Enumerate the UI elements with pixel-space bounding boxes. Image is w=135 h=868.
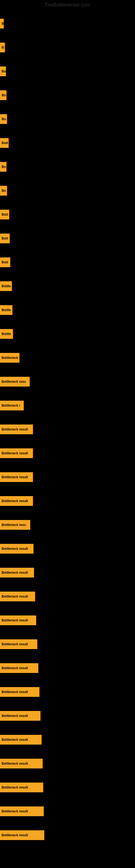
bar-row: Bottleneck result: [0, 823, 135, 847]
bar-row: B: [0, 12, 135, 35]
bars-container: BBBoBoBoBottBoBoBottBottBottBottleBottle…: [0, 9, 135, 850]
bar-label: B: [0, 42, 5, 52]
bar-row: Bottle: [0, 322, 135, 346]
bar-label: Bottleneck: [0, 353, 19, 363]
bar-row: Bottleneck result: [0, 752, 135, 775]
site-title: TheBottlenecker.com: [0, 0, 135, 9]
bar-row: Bottleneck result: [0, 561, 135, 585]
bar-label: Bo: [0, 66, 6, 76]
bar-label: Bottle: [0, 281, 12, 291]
bar-label: Bottle: [0, 305, 12, 315]
bar-label: Bottleneck result: [0, 782, 43, 792]
bar-row: Bo: [0, 107, 135, 131]
bar-label: Bottleneck result: [0, 663, 38, 673]
bar-row: Bottleneck result: [0, 441, 135, 465]
bar-row: Bottleneck result: [0, 417, 135, 441]
bar-row: Bottle: [0, 298, 135, 322]
bar-label: Bottleneck result: [0, 496, 33, 506]
bar-label: Bottleneck result: [0, 639, 37, 649]
bar-label: Bott: [0, 257, 10, 267]
bar-row: Bottleneck result: [0, 537, 135, 561]
bar-row: Bottleneck resu: [0, 370, 135, 394]
bar-label: Bott: [0, 234, 10, 243]
bar-label: Bottleneck result: [0, 568, 34, 578]
bar-label: Bottleneck result: [0, 806, 44, 816]
bar-label: Bottleneck result: [0, 616, 36, 625]
bar-label: Bo: [0, 162, 6, 172]
bar-row: Bottleneck result: [0, 609, 135, 632]
bar-label: Bottleneck result: [0, 592, 35, 601]
bar-row: Bottle: [0, 274, 135, 298]
bar-label: Bottle: [0, 329, 13, 339]
bar-row: Bottleneck result: [0, 489, 135, 513]
bar-row: Bottleneck result: [0, 656, 135, 680]
bar-row: Bottleneck: [0, 346, 135, 370]
bar-row: Bottleneck result: [0, 585, 135, 609]
bar-label: Bo: [0, 114, 7, 124]
bar-label: Bottleneck result: [0, 711, 41, 721]
bar-label: Bottleneck result: [0, 544, 34, 554]
bar-row: Bottleneck result: [0, 728, 135, 752]
bar-row: Bott: [0, 131, 135, 155]
bar-label: Bottleneck result: [0, 425, 33, 434]
bar-label: Bottleneck resu: [0, 377, 30, 386]
bar-row: Bott: [0, 203, 135, 226]
bar-row: Bottleneck result: [0, 632, 135, 656]
bar-label: Bottleneck resu: [0, 520, 30, 530]
bar-label: Bottleneck result: [0, 735, 42, 745]
bar-row: Bott: [0, 250, 135, 274]
bar-label: Bottleneck result: [0, 687, 39, 697]
bar-label: Bottleneck result: [0, 448, 33, 458]
bar-label: B: [0, 19, 4, 29]
bar-row: Bottleneck result: [0, 775, 135, 799]
bar-row: Bottleneck r: [0, 394, 135, 417]
bar-label: Bo: [0, 90, 6, 100]
bar-row: Bott: [0, 226, 135, 250]
bar-label: Bott: [0, 210, 9, 219]
bar-row: Bo: [0, 179, 135, 203]
bar-row: Bottleneck result: [0, 465, 135, 489]
bar-row: B: [0, 35, 135, 59]
bar-row: Bottleneck result: [0, 799, 135, 823]
bar-row: Bottleneck result: [0, 704, 135, 728]
bar-label: Bo: [0, 186, 7, 195]
bar-row: Bo: [0, 155, 135, 179]
bar-label: Bott: [0, 138, 9, 148]
bar-row: Bo: [0, 83, 135, 107]
bar-label: Bottleneck result: [0, 830, 44, 840]
bar-label: Bottleneck result: [0, 759, 43, 769]
bar-row: Bottleneck resu: [0, 513, 135, 537]
bar-row: Bottleneck result: [0, 680, 135, 704]
bar-label: Bottleneck r: [0, 401, 24, 410]
bar-row: Bo: [0, 59, 135, 83]
bar-label: Bottleneck result: [0, 472, 33, 482]
